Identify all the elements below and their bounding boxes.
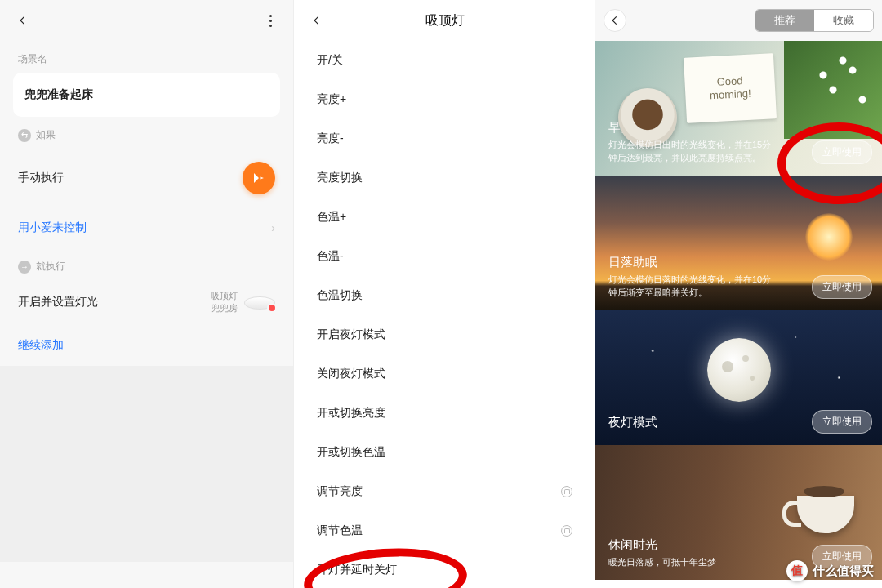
action-option[interactable]: 色温+	[294, 198, 595, 237]
action-label: 亮度+	[317, 92, 346, 107]
moon-decoration	[707, 338, 771, 402]
scene-card-morning[interactable]: Goodmorning! 早安唤醒 灯光会模仿日出时的光线变化，并在15分钟后达…	[595, 41, 882, 176]
card-desc: 灯光会模仿日出时的光线变化，并在15分钟后达到最亮，并以此亮度持续点亮。	[608, 139, 780, 164]
action-label: 色温+	[317, 210, 346, 225]
action-label: 色温-	[317, 249, 344, 264]
manual-trigger-icon	[243, 162, 275, 194]
action-option[interactable]: 色温切换	[294, 276, 595, 315]
device-room: 兜兜房	[211, 302, 238, 314]
tab-recommend[interactable]: 推荐	[755, 10, 814, 31]
scene-name-label: 场景名	[0, 41, 293, 73]
action-option[interactable]: 开启夜灯模式	[294, 315, 595, 354]
coffee-cup-decoration	[618, 88, 677, 147]
chevron-right-icon: ›	[271, 221, 275, 234]
scene-card-night[interactable]: 夜灯模式 立即使用	[595, 310, 882, 445]
tab-favorites[interactable]: 收藏	[814, 10, 873, 31]
scene-card-sunset[interactable]: 日落助眠 灯光会模仿日落时的光线变化，并在10分钟后渐变至最暗并关灯。 立即使用	[595, 176, 882, 310]
device-name: 吸顶灯	[211, 290, 238, 302]
note-decoration: Goodmorning!	[684, 53, 777, 123]
flowers-decoration	[784, 41, 882, 139]
action-label: 开或切换色温	[317, 445, 385, 460]
action-option[interactable]: 亮度+	[294, 80, 595, 119]
watermark: 值 什么值得买	[786, 560, 874, 581]
card-title: 日落助眠	[608, 255, 869, 270]
action-option[interactable]: 开或切换色温	[294, 433, 595, 472]
back-button[interactable]	[604, 9, 626, 32]
card-desc: 灯光会模仿日落时的光线变化，并在10分钟后渐变至最暗并关灯。	[608, 274, 780, 299]
use-now-button[interactable]: 立即使用	[812, 275, 872, 299]
use-now-button[interactable]: 立即使用	[812, 140, 872, 164]
tab-segmented-control: 推荐 收藏	[755, 9, 874, 32]
add-more-button[interactable]: 继续添加	[0, 325, 293, 366]
action-option[interactable]: 开/关	[294, 41, 595, 80]
cup-decoration	[797, 496, 854, 533]
card-desc: 暖光日落感，可抵十年尘梦	[608, 556, 780, 568]
action-label: 关闭夜灯模式	[317, 367, 385, 381]
action-label: 开启夜灯模式	[317, 327, 385, 342]
watermark-logo-icon: 值	[786, 560, 808, 581]
xiaoai-control-row[interactable]: 用小爱来控制 ›	[0, 207, 293, 248]
scene-name-card[interactable]: 兜兜准备起床	[13, 73, 280, 117]
action-option[interactable]: 开灯并延时关灯	[294, 550, 595, 588]
action-option[interactable]: 调节色温	[294, 511, 595, 550]
action-row[interactable]: 开启并设置灯光 吸顶灯 兜兜房	[0, 280, 293, 325]
action-label: 开或切换亮度	[317, 406, 385, 421]
action-label: 亮度切换	[317, 171, 363, 185]
trigger-manual-row[interactable]: 手动执行	[0, 149, 293, 207]
if-icon: ⇆	[18, 129, 31, 142]
use-now-button[interactable]: 立即使用	[812, 410, 872, 434]
action-label: 开灯并延时关灯	[317, 563, 397, 577]
then-section-label: → 就执行	[0, 248, 293, 280]
then-icon: →	[18, 261, 31, 274]
action-label: 开/关	[317, 53, 343, 68]
more-menu-button[interactable]	[261, 11, 280, 30]
action-option[interactable]: 关闭夜灯模式	[294, 354, 595, 394]
lock-icon	[561, 525, 572, 537]
action-label: 调节色温	[317, 523, 363, 538]
device-actions-pane: 吸顶灯 开/关亮度+亮度-亮度切换色温+色温-色温切换开启夜灯模式关闭夜灯模式开…	[293, 0, 595, 588]
if-section-label: ⇆ 如果	[0, 117, 293, 149]
action-label: 亮度-	[317, 131, 344, 146]
action-label: 调节亮度	[317, 484, 363, 499]
page-title: 吸顶灯	[327, 12, 563, 29]
scene-gallery-pane: 推荐 收藏 Goodmorning! 早安唤醒 灯光会模仿日出时的光线变化，并在…	[595, 0, 882, 588]
ceiling-lamp-icon	[244, 293, 275, 311]
scene-editor-pane: 场景名 兜兜准备起床 ⇆ 如果 手动执行 用小爱来控制 › → 就执行 开启并设…	[0, 0, 293, 588]
action-option[interactable]: 开或切换亮度	[294, 394, 595, 433]
action-label: 色温切换	[317, 288, 363, 303]
back-button[interactable]	[13, 11, 33, 30]
back-button[interactable]	[307, 11, 327, 30]
action-option[interactable]: 亮度-	[294, 119, 595, 158]
action-option[interactable]: 调节亮度	[294, 472, 595, 511]
action-option[interactable]: 色温-	[294, 237, 595, 276]
action-option[interactable]: 亮度切换	[294, 158, 595, 198]
lock-icon	[561, 486, 572, 497]
